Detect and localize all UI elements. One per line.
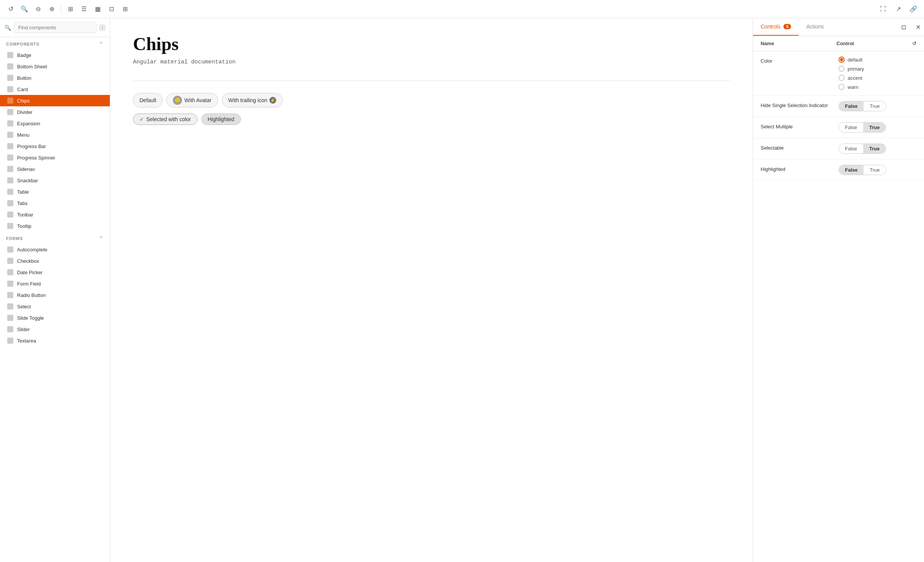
sidebar-item-button[interactable]: Button [0,72,110,84]
link-btn[interactable]: 🔗 [907,3,919,15]
sidebar-item-label: Tabs [17,200,27,206]
radio-primary[interactable]: primary [839,66,916,72]
sidebar-btn[interactable]: ▦ [92,3,104,15]
highlighted-label: Highlighted [761,165,839,172]
tab-actions[interactable]: Actions [799,18,831,36]
chip-highlighted[interactable]: Highlighted [201,114,241,125]
expand-btn[interactable]: ⊞ [119,3,131,15]
selectable-false[interactable]: False [839,144,863,153]
sidebar-item-label: Toolbar [17,212,33,218]
radio-accent[interactable]: accent [839,75,916,81]
sidebar-item-tabs[interactable]: Tabs [0,197,110,209]
radio-warn-circle [839,84,845,90]
controls-panel: Controls 5 Actions ⊡ ✕ Name Control ↺ Co… [753,18,924,562]
chip-trailing[interactable]: With trailing icon ⚡ [222,93,283,107]
chips-divider [133,81,730,81]
sidebar-item-label: Sidenav [17,166,35,172]
sidebar-item-label: Expansion [17,121,40,126]
sidebar-item-progress-bar[interactable]: Progress Bar [0,140,110,152]
sidebar-item-divider[interactable]: Divider [0,106,110,118]
hide-single-false[interactable]: False [839,101,864,111]
selectable-label: Selectable [761,144,839,151]
sidebar-item-menu[interactable]: Menu [0,129,110,140]
select-multiple-false[interactable]: False [839,123,863,132]
components-collapse-icon[interactable]: ⌃ [99,41,104,47]
highlighted-false[interactable]: False [839,165,864,175]
panel-tabs: Controls 5 Actions ⊡ ✕ [753,18,924,36]
sidebar-item-toolbar[interactable]: Toolbar [0,209,110,220]
sidebar-item-select[interactable]: Select [0,301,110,312]
hide-single-value: False True [839,101,916,111]
chip-avatar-label: With Avatar [184,97,211,103]
color-label: Color [761,57,839,64]
sidebar-item-label: Bottom Sheet [17,64,47,69]
header-reset[interactable]: ↺ [912,41,916,46]
sidebar-item-checkbox[interactable]: Checkbox [0,255,110,267]
external-btn[interactable]: ↗ [892,3,904,15]
select-multiple-value: False True [839,122,916,133]
reset-btn[interactable]: ↺ [5,3,17,15]
zoom-out-btn[interactable]: 🔍 [18,3,30,15]
chip-highlighted-label: Highlighted [208,116,234,122]
radio-default-circle [839,57,845,63]
sidebar-item-label: Card [17,87,28,92]
sidebar-item-tooltip[interactable]: Tooltip [0,220,110,232]
sidebar-item-autocomplete[interactable]: Autocomplete [0,244,110,255]
radio-warn[interactable]: warn [839,84,916,90]
slider-icon [7,326,13,332]
sidebar-item-label: Badge [17,52,32,58]
sidebar-item-badge[interactable]: Badge [0,49,110,61]
panel-close-btn[interactable]: ✕ [912,21,924,33]
hide-single-true[interactable]: True [864,101,886,111]
panel-layout-btn[interactable]: ⊡ [897,21,910,33]
list-btn[interactable]: ☰ [78,3,90,15]
sidebar-item-chips[interactable]: Chips [0,95,110,106]
forms-list: Autocomplete Checkbox Date Picker Form F… [0,244,110,346]
check-icon: ✓ [139,116,144,122]
sidebar-item-form-field[interactable]: Form Field [0,278,110,289]
sidebar-item-slide-toggle[interactable]: Slide Toggle [0,312,110,324]
select-multiple-label: Select Multiple [761,122,839,129]
radio-default[interactable]: default [839,57,916,63]
radio-warn-label: warn [848,84,858,90]
highlighted-true[interactable]: True [864,165,886,175]
snackbar-icon [7,177,13,183]
sidebar-item-label: Checkbox [17,258,39,264]
progress-bar-icon [7,143,13,149]
sidebar-item-label: Divider [17,109,32,115]
sidebar-item-label: Slide Toggle [17,315,44,321]
sidebar-item-sidenav[interactable]: Sidenav [0,163,110,175]
forms-collapse-icon[interactable]: ⌃ [99,235,104,242]
zoom-reset-btn[interactable]: ⊖ [32,3,44,15]
sidebar-item-date-picker[interactable]: Date Picker [0,267,110,278]
fullscreen-btn[interactable]: ⛶ [877,3,889,15]
sidebar-item-textarea[interactable]: Textarea [0,335,110,346]
hide-single-label: Hide Single Selection Indicator [761,101,839,108]
sidebar-item-label: Table [17,189,29,195]
chip-avatar[interactable]: 🙂 With Avatar [166,93,218,107]
sidebar-item-bottom-sheet[interactable]: Bottom Sheet [0,61,110,72]
select-multiple-true[interactable]: True [863,123,886,132]
chips-row-1: Default 🙂 With Avatar With trailing icon… [133,93,730,107]
tab-controls-label: Controls [761,24,780,30]
sidebar-item-label: Form Field [17,281,41,287]
sidebar-item-progress-spinner[interactable]: Progress Spinner [0,152,110,163]
sidebar-item-expansion[interactable]: Expansion [0,118,110,129]
selectable-true[interactable]: True [863,144,886,153]
card-icon [7,86,13,92]
sidebar-item-card[interactable]: Card [0,84,110,95]
layout-btn[interactable]: ⊡ [105,3,117,15]
sidebar-item-snackbar[interactable]: Snackbar [0,175,110,186]
chip-default[interactable]: Default [133,93,163,107]
tooltip-icon [7,223,13,229]
sidebar-item-radio-button[interactable]: Radio Button [0,289,110,301]
grid-btn[interactable]: ⊞ [64,3,76,15]
sidebar-item-label: Autocomplete [17,247,47,253]
tab-controls[interactable]: Controls 5 [753,18,799,36]
content-area: Chips Angular material documentation Def… [110,18,753,562]
zoom-in-btn[interactable]: ⊕ [46,3,58,15]
sidebar-item-slider[interactable]: Slider [0,324,110,335]
chip-selected[interactable]: ✓ Selected with color [133,114,198,125]
search-input[interactable] [14,22,97,33]
sidebar-item-table[interactable]: Table [0,186,110,197]
